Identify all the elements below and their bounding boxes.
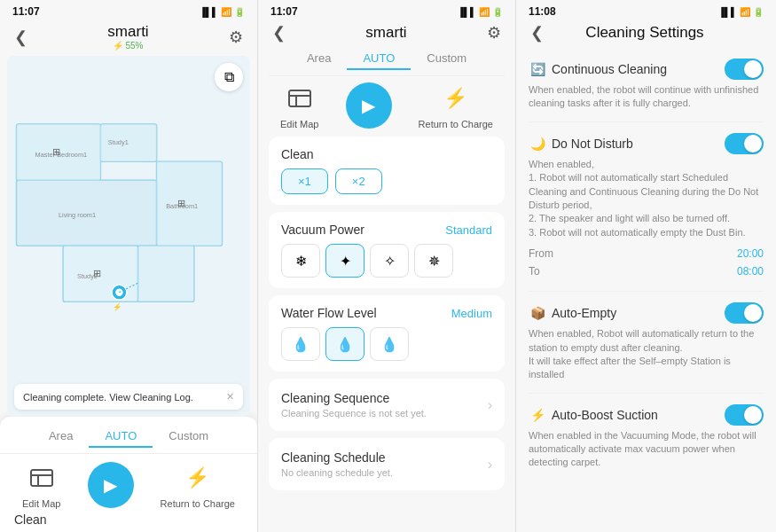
charge-label-2: Return to Charge: [419, 119, 493, 129]
setting-auto-boost-title: ⚡ Auto-Boost Suction: [529, 406, 658, 424]
vacuum-max-btn[interactable]: ✵: [414, 244, 453, 278]
settings-list: 🔄 Continuous Cleaning When enabled, the …: [516, 48, 776, 532]
close-banner-icon[interactable]: ✕: [226, 391, 234, 403]
cleaning-sequence-title: Cleaning Sequence: [281, 391, 427, 405]
cleaning-schedule-title: Cleaning Schedule: [281, 450, 393, 465]
back-icon-3[interactable]: ❮: [530, 23, 544, 43]
do-not-disturb-icon: 🌙: [529, 135, 546, 153]
charge-action-2[interactable]: ⚡ Return to Charge: [419, 82, 493, 129]
water-flow-value: Medium: [451, 307, 492, 320]
tab-area-1[interactable]: Area: [33, 426, 89, 448]
continuous-cleaning-toggle[interactable]: [725, 59, 764, 80]
edit-map-icon-2: [283, 82, 317, 115]
dnd-from-value[interactable]: 20:00: [737, 247, 764, 260]
nav-bar-3: ❮ Cleaning Settings: [516, 20, 776, 48]
chevron-sequence-icon: ›: [488, 397, 492, 413]
charge-label-1: Return to Charge: [161, 498, 235, 509]
layer-button[interactable]: ⧉: [215, 63, 243, 91]
play-button-1[interactable]: ▶: [88, 462, 134, 508]
do-not-disturb-toggle[interactable]: [725, 133, 764, 154]
svg-text:⊞: ⊞: [177, 198, 185, 208]
bottom-strip-1: Area AUTO Custom Edit Map ▶ ⚡ Return to …: [0, 417, 257, 532]
setting-do-not-disturb: 🌙 Do Not Disturb When enabled, 1. Robot …: [529, 122, 764, 292]
vacuum-standard-btn[interactable]: ✦: [325, 244, 364, 278]
charge-icon-2: ⚡: [439, 82, 473, 115]
setting-dnd-title: 🌙 Do Not Disturb: [529, 135, 633, 153]
count-1-btn[interactable]: ×1: [281, 168, 328, 194]
back-icon-1[interactable]: ❮: [14, 27, 27, 47]
battery-icon-2: 🔋: [492, 7, 503, 17]
status-icons-1: ▐▌▌ 📶 🔋: [200, 7, 245, 17]
chevron-schedule-icon: ›: [488, 457, 492, 473]
svg-rect-11: [138, 246, 194, 301]
settings-icon-2[interactable]: ⚙: [487, 23, 501, 43]
back-icon-2[interactable]: ❮: [272, 23, 286, 43]
status-icons-3: ▐▌▌ 📶 🔋: [718, 7, 764, 17]
auto-boost-icon: ⚡: [529, 406, 546, 424]
svg-rect-26: [289, 90, 310, 106]
tab-area-2[interactable]: Area: [291, 48, 347, 70]
vacuum-power-row: Vacuum Power Standard: [281, 223, 492, 237]
water-high-btn[interactable]: 💧: [370, 327, 409, 361]
charge-action-1[interactable]: ⚡ Return to Charge: [161, 461, 235, 509]
nav-bar-1: ❮ smarti ⚡ 55% ⚙: [0, 20, 257, 56]
cleaning-sequence-card[interactable]: Cleaning Sequence Cleaning Sequence is n…: [269, 379, 505, 431]
water-flow-row: Water Flow Level Medium: [281, 306, 492, 320]
dnd-times: From 20:00 To 08:00: [529, 245, 764, 280]
water-medium-btn[interactable]: 💧: [325, 327, 364, 361]
settings-icon-1[interactable]: ⚙: [229, 27, 243, 47]
status-time-3: 11:08: [529, 5, 556, 18]
setting-auto-empty-header: 📦 Auto-Empty: [529, 302, 764, 324]
tab-row-2: Area AUTO Custom: [269, 48, 505, 76]
setting-auto-boost-header: ⚡ Auto-Boost Suction: [529, 404, 764, 426]
action-row-2: Edit Map ▶ ⚡ Return to Charge: [258, 82, 515, 129]
dnd-from-label: From: [529, 247, 553, 260]
battery-icon-3: 🔋: [753, 7, 764, 17]
svg-text:Master Bedroom1: Master Bedroom1: [35, 151, 88, 159]
cleaning-sequence-sub: Cleaning Sequence is not set yet.: [281, 408, 427, 419]
tab-custom-2[interactable]: Custom: [411, 48, 482, 70]
water-flow-label: Water Flow Level: [281, 306, 377, 320]
setting-continuous-desc: When enabled, the robot will continue wi…: [529, 83, 764, 111]
auto-empty-toggle[interactable]: [725, 302, 764, 324]
setting-continuous-title: 🔄 Continuous Cleaning: [529, 60, 667, 78]
cleaning-schedule-sub: No cleaning schedule yet.: [281, 467, 393, 478]
play-button-2[interactable]: ▶: [346, 82, 392, 129]
edit-map-label-2: Edit Map: [280, 119, 318, 129]
status-time-2: 11:07: [270, 5, 298, 18]
setting-auto-empty: 📦 Auto-Empty When enabled, Robot will au…: [529, 292, 764, 394]
nav-bar-2: ❮ smarti ⚙: [258, 20, 515, 48]
auto-boost-toggle[interactable]: [725, 404, 764, 426]
vacuum-power-card: Vacuum Power Standard ❄ ✦ ✧ ✵: [269, 212, 505, 288]
continuous-cleaning-icon: 🔄: [529, 60, 546, 78]
count-2-btn[interactable]: ×2: [335, 168, 382, 194]
panel-1-map: 11:07 ▐▌▌ 📶 🔋 ❮ smarti ⚡ 55% ⚙: [0, 0, 258, 532]
p2-scroll: Clean ×1 ×2 Vacuum Power Standard ❄ ✦ ✧ …: [258, 137, 515, 532]
vacuum-quiet-btn[interactable]: ❄: [281, 244, 320, 278]
tab-custom-1[interactable]: Custom: [153, 426, 224, 448]
svg-text:⚡: ⚡: [113, 302, 122, 312]
water-low-btn[interactable]: 💧: [281, 327, 320, 361]
clean-card: Clean ×1 ×2: [269, 137, 505, 205]
play-action-2[interactable]: ▶: [346, 82, 392, 129]
panel-3-settings: 11:08 ▐▌▌ 📶 🔋 ❮ Cleaning Settings 🔄 Cont…: [516, 0, 776, 532]
cleaning-complete-banner: Cleaning complete. View Cleaning Log. ✕: [14, 384, 243, 410]
edit-map-action-2[interactable]: Edit Map: [280, 82, 318, 129]
cleaning-complete-text: Cleaning complete. View Cleaning Log.: [23, 392, 193, 403]
vacuum-strong-btn[interactable]: ✧: [370, 244, 409, 278]
cleaning-schedule-card[interactable]: Cleaning Schedule No cleaning schedule y…: [269, 438, 505, 490]
signal-icon: ▐▌▌: [200, 7, 218, 17]
vacuum-power-label: Vacuum Power: [281, 223, 364, 237]
tab-auto-1[interactable]: AUTO: [89, 426, 153, 448]
status-bar-2: 11:07 ▐▌▌ 📶 🔋: [258, 0, 515, 20]
play-action-1[interactable]: ▶: [88, 462, 134, 508]
edit-map-icon-1: [25, 461, 59, 495]
svg-text:Living room1: Living room1: [59, 211, 96, 219]
edit-map-action-1[interactable]: Edit Map: [22, 461, 60, 509]
clean-section-title: Clean: [281, 147, 492, 161]
wifi-icon-3: 📶: [740, 7, 750, 17]
dnd-to-value[interactable]: 08:00: [737, 265, 764, 278]
tab-auto-2[interactable]: AUTO: [347, 48, 411, 70]
water-flow-card: Water Flow Level Medium 💧 💧 💧: [269, 295, 505, 372]
status-bar-1: 11:07 ▐▌▌ 📶 🔋: [0, 0, 257, 20]
